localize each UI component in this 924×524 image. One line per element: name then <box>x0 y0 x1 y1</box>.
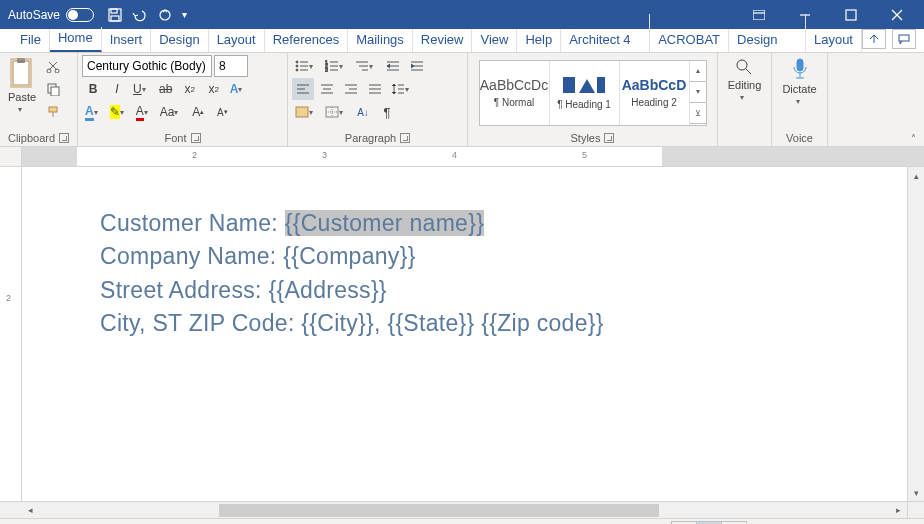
svg-line-62 <box>746 69 751 74</box>
group-editing: Editing ▾ <box>718 53 772 146</box>
style-normal[interactable]: AaBbCcDc ¶ Normal <box>480 61 550 125</box>
group-clipboard: Paste ▾ Clipboard <box>0 53 78 146</box>
tab-mailings[interactable]: Mailings <box>348 29 413 52</box>
vertical-scrollbar[interactable]: ▴ ▾ <box>907 167 924 501</box>
subscript-button[interactable]: x2 <box>179 78 201 100</box>
bold-button[interactable]: B <box>82 78 104 100</box>
vertical-ruler[interactable]: 2 <box>0 167 22 501</box>
autosave-label: AutoSave <box>8 8 60 22</box>
qat-customize-icon[interactable]: ▾ <box>182 9 187 20</box>
tab-layout[interactable]: Layout <box>209 29 265 52</box>
tab-references[interactable]: References <box>265 29 348 52</box>
tab-design[interactable]: Design <box>151 29 208 52</box>
paste-button[interactable]: Paste ▾ <box>4 55 40 116</box>
doc-line-company[interactable]: Company Name: {{Company}} <box>100 240 907 273</box>
scroll-down-icon[interactable]: ▾ <box>908 484 924 501</box>
numbering-button[interactable]: 123▾ <box>322 55 350 77</box>
ruler-corner <box>0 147 22 167</box>
copy-button[interactable] <box>42 78 64 100</box>
dictate-label: Dictate <box>782 83 816 95</box>
svg-point-61 <box>737 60 747 70</box>
multilevel-list-button[interactable]: ▾ <box>352 55 380 77</box>
tab-insert[interactable]: Insert <box>102 29 152 52</box>
save-icon[interactable] <box>108 8 122 22</box>
chevron-down-icon: ▾ <box>18 105 26 114</box>
redo-icon[interactable] <box>158 8 172 22</box>
tab-pdf-architect[interactable]: PDF Architect 4 <box>561 14 650 52</box>
horizontal-ruler[interactable]: 2 3 4 5 <box>22 147 924 167</box>
tab-home[interactable]: Home <box>50 27 102 52</box>
document-content[interactable]: Customer Name: {{Customer name}} Company… <box>22 167 907 340</box>
document-area: 2 Customer Name: {{Customer name}} Compa… <box>0 167 924 501</box>
svg-point-23 <box>296 69 298 71</box>
maximize-button[interactable] <box>828 0 874 29</box>
tab-view[interactable]: View <box>472 29 517 52</box>
change-case-button[interactable]: Aa▾ <box>157 101 186 123</box>
shading-button[interactable]: ▾ <box>292 101 320 123</box>
font-size-selector[interactable] <box>214 55 248 77</box>
autosave-toggle[interactable]: AutoSave <box>8 8 94 22</box>
show-marks-button[interactable]: ¶ <box>376 101 398 123</box>
font-name-selector[interactable] <box>82 55 212 77</box>
scroll-up-icon[interactable]: ▴ <box>908 167 924 184</box>
scroll-right-icon[interactable]: ▸ <box>890 502 907 518</box>
bullets-button[interactable]: ▾ <box>292 55 320 77</box>
undo-icon[interactable] <box>132 8 148 22</box>
text-effects-button[interactable]: A▾ <box>227 78 250 100</box>
scroll-left-icon[interactable]: ◂ <box>22 502 39 518</box>
font-color-button[interactable]: A▾ <box>133 101 155 123</box>
style-heading2[interactable]: AaBbCcD Heading 2 <box>620 61 690 125</box>
strikethrough-button[interactable]: ab <box>155 78 177 100</box>
tab-file[interactable]: File <box>12 29 50 52</box>
document-viewport[interactable]: Customer Name: {{Customer name}} Company… <box>22 167 907 501</box>
align-right-button[interactable] <box>340 78 362 100</box>
group-clipboard-label: Clipboard <box>8 132 55 144</box>
tab-table-layout[interactable]: Layout <box>806 29 862 52</box>
increase-indent-button[interactable] <box>406 55 428 77</box>
editing-button[interactable]: Editing ▾ <box>724 55 766 104</box>
doc-line-customer[interactable]: Customer Name: {{Customer name}} <box>100 207 907 240</box>
align-center-button[interactable] <box>316 78 338 100</box>
decrease-indent-button[interactable] <box>382 55 404 77</box>
tab-acrobat[interactable]: ACROBAT <box>650 29 729 52</box>
styles-gallery[interactable]: AaBbCcDc ¶ Normal ¶ Heading 1 AaBbCcD He… <box>479 60 707 126</box>
collapse-ribbon-icon[interactable]: ˄ <box>911 133 916 144</box>
styles-gallery-more[interactable]: ▴▾⊻ <box>690 61 706 125</box>
clipboard-dialog-launcher[interactable] <box>59 133 69 143</box>
tab-help[interactable]: Help <box>517 29 561 52</box>
highlight-button[interactable]: ✎▾ <box>107 101 131 123</box>
styles-dialog-launcher[interactable] <box>604 133 614 143</box>
line-spacing-button[interactable]: ▾ <box>388 78 416 100</box>
superscript-button[interactable]: x2 <box>203 78 225 100</box>
font-dialog-launcher[interactable] <box>191 133 201 143</box>
tab-review[interactable]: Review <box>413 29 473 52</box>
chevron-down-icon: ▾ <box>796 97 804 106</box>
comments-button[interactable] <box>892 29 916 49</box>
horizontal-scrollbar[interactable]: ◂ ▸ <box>22 502 907 518</box>
tab-table-design[interactable]: Table Design <box>729 14 806 52</box>
close-button[interactable] <box>874 0 920 29</box>
scrollbar-thumb[interactable] <box>219 504 659 517</box>
doc-line-city[interactable]: City, ST ZIP Code: {{City}}, {{State}} {… <box>100 307 907 340</box>
dictate-button[interactable]: Dictate ▾ <box>778 55 820 108</box>
justify-button[interactable] <box>364 78 386 100</box>
italic-button[interactable]: I <box>106 78 128 100</box>
shrink-font-button[interactable]: A▾ <box>211 101 233 123</box>
svg-rect-1 <box>111 9 117 13</box>
autosave-switch[interactable] <box>66 8 94 22</box>
borders-button[interactable]: ▾ <box>322 101 350 123</box>
svg-text:3: 3 <box>325 67 328 72</box>
sort-button[interactable]: A↓ <box>352 101 374 123</box>
doc-line-address[interactable]: Street Address: {{Address}} <box>100 274 907 307</box>
share-button[interactable] <box>862 29 886 49</box>
grow-font-button[interactable]: A▴ <box>187 101 209 123</box>
paragraph-dialog-launcher[interactable] <box>400 133 410 143</box>
underline-button[interactable]: U▾ <box>130 78 153 100</box>
cut-button[interactable] <box>42 55 64 77</box>
font-color-a-button[interactable]: A▾ <box>82 101 105 123</box>
style-heading1[interactable]: ¶ Heading 1 <box>550 61 620 125</box>
group-voice-label: Voice <box>786 132 813 144</box>
group-paragraph-label: Paragraph <box>345 132 396 144</box>
align-left-button[interactable] <box>292 78 314 100</box>
format-painter-button[interactable] <box>42 101 64 123</box>
